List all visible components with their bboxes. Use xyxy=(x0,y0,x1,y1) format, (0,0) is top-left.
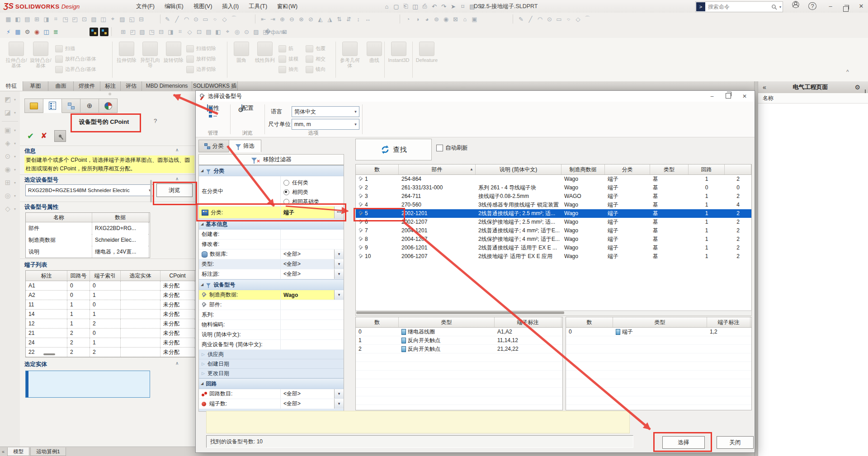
toolbar-icon[interactable]: ▧ xyxy=(137,27,147,37)
toolbar-icon[interactable]: ⊞ xyxy=(32,14,42,24)
toolbar-icon[interactable]: ⌗ xyxy=(51,14,61,24)
column-header[interactable]: 部件 ▲ xyxy=(399,165,476,174)
tab-classification[interactable]: 分类 xyxy=(198,140,229,152)
toolbar-icon[interactable]: ⊡ xyxy=(194,27,204,37)
toolbar-icon[interactable]: ⊟ xyxy=(137,14,146,24)
table-row[interactable]: 11 1 0 未分配 xyxy=(26,300,196,310)
view-tool-icon[interactable]: ▦ xyxy=(458,84,468,90)
radio-option[interactable]: 任何类 xyxy=(283,178,344,188)
ribbon-sweep[interactable]: 扫描 xyxy=(55,43,96,54)
ribbon-tab[interactable]: 标注 xyxy=(100,81,121,91)
basic-info-section-header[interactable]: ◢ 基本信息 xyxy=(199,219,344,230)
table-row[interactable]: 8 2004-1207 2线保护接地端子; 4 mm²; 适于E... Wago… xyxy=(356,235,751,244)
filter-row[interactable]: 说明 (简体中文): xyxy=(199,330,344,340)
electrical-tool-icon[interactable]: ▦ xyxy=(13,27,23,37)
tab-property-manager[interactable] xyxy=(43,99,62,113)
toolbar-icon[interactable]: ◭ xyxy=(316,14,325,24)
column-header[interactable]: 名称 xyxy=(26,213,92,222)
table-row[interactable]: A2 0 1 未分配 xyxy=(26,291,196,300)
model-tab[interactable]: 模型 xyxy=(7,447,29,456)
filter-row[interactable]: 制造商数据: Wago ▾ xyxy=(199,290,344,300)
toolbar-icon[interactable]: ⊗ xyxy=(297,14,306,24)
table-row[interactable]: 2 反向开关触点 21,24,22 xyxy=(356,345,562,353)
quick-access-icon[interactable]: ▢ xyxy=(392,2,401,11)
ribbon-sweep-cut[interactable]: 扫描切除 xyxy=(186,43,216,54)
dark-tool-icon[interactable] xyxy=(100,28,108,36)
chevron-up-icon[interactable]: ∧ xyxy=(175,176,179,181)
tab-dimxpert[interactable]: ⊕ xyxy=(80,99,99,113)
ribbon-revolve-cut[interactable]: 旋转切除 xyxy=(162,42,185,63)
toolbar-icon[interactable]: ◳ xyxy=(147,27,156,37)
view-tool-icon[interactable]: ◎ xyxy=(473,84,483,90)
ribbon-tab[interactable]: 草图 xyxy=(23,81,48,91)
toolbar-icon[interactable]: ⊟ xyxy=(156,27,166,37)
search-input[interactable]: 搜索命令 xyxy=(706,3,771,11)
search-icon[interactable] xyxy=(771,4,777,10)
column-header[interactable]: CPoint xyxy=(160,271,195,281)
chevron-down-icon[interactable]: ▾ xyxy=(334,389,344,399)
ribbon-hole-wizard[interactable]: 异型孔向导 xyxy=(138,42,162,68)
column-header[interactable]: 类型 xyxy=(613,317,707,327)
dialog-maximize-icon[interactable] xyxy=(720,93,736,100)
table-row[interactable]: 9 2006-1201 2线普通接线端子 适用于 EX E ... Wago 端… xyxy=(356,244,751,252)
toolbar-icon[interactable]: ◫ xyxy=(99,14,108,24)
electrical-tool-icon[interactable]: ⚡ xyxy=(4,27,13,37)
quick-access-icon[interactable]: ◫ xyxy=(410,2,420,11)
auto-refresh-checkbox[interactable]: 自动刷新 xyxy=(436,144,468,152)
toolbar-icon[interactable]: ⊕ xyxy=(278,14,287,24)
quick-access-icon[interactable]: ↷ xyxy=(439,2,448,11)
toolbar-icon[interactable]: ▤ xyxy=(204,27,213,37)
view-tool-icon[interactable]: ◔ xyxy=(429,84,438,90)
ribbon-boundary[interactable]: 边界凸台/基体 xyxy=(55,64,96,75)
ribbon-shell[interactable]: 抽壳 xyxy=(278,64,298,75)
menu-item[interactable]: 工具(T) xyxy=(244,0,272,13)
table-row[interactable]: 14 1 1 未分配 xyxy=(26,310,196,319)
chevron-down-icon[interactable]: ▾ xyxy=(334,249,344,259)
collapsed-section-header[interactable]: ▷ 供应商 xyxy=(199,350,344,359)
toolbar-icon[interactable]: ⇥ xyxy=(268,14,278,24)
ribbon-tab[interactable]: MBD Dimensions xyxy=(142,81,192,91)
radio-option[interactable]: 相同基础类 xyxy=(283,197,344,207)
ribbon-tab[interactable]: 特征 xyxy=(0,81,23,91)
flyout-arrow-icon[interactable]: ▾ xyxy=(14,181,16,185)
table-row[interactable]: 说明 继电器，24V直... xyxy=(26,246,150,258)
ribbon-curves[interactable]: 曲线 xyxy=(363,42,386,63)
flyout-arrow-icon[interactable]: ▾ xyxy=(14,194,16,198)
circuit-section-header[interactable]: ◢ 回路 xyxy=(199,378,344,389)
column-header[interactable]: 端子索引 xyxy=(90,271,121,281)
sketch-tool-icon[interactable]: ▭ xyxy=(201,14,210,24)
toolbar-icon[interactable]: ✎ xyxy=(516,14,526,24)
flyout-arrow-icon[interactable]: ▾ xyxy=(14,98,16,102)
ribbon-revolve-boss[interactable]: 旋转凸台/基体 xyxy=(29,42,52,68)
toolbar-icon[interactable]: ◇ xyxy=(185,27,194,37)
quick-access-icon[interactable]: ⌑ xyxy=(458,2,467,11)
toolbar-icon[interactable]: ▨ xyxy=(251,27,261,37)
flyout-tool[interactable]: ⊞▾ xyxy=(2,178,20,188)
toolbar-icon[interactable]: ◱ xyxy=(127,14,137,24)
ribbon-reference-geometry[interactable]: 参考几何体 xyxy=(338,42,362,68)
menu-pin-icon[interactable]: ✦ xyxy=(281,0,287,13)
flyout-tool[interactable]: ◪▾ xyxy=(2,108,20,118)
toolbar-icon[interactable]: ⌂ xyxy=(460,14,470,24)
quick-access-icon[interactable]: ⎗ xyxy=(401,2,410,11)
flyout-tool[interactable]: ◈▾ xyxy=(2,138,20,148)
table-row[interactable]: 6 2002-1207 2线保护接地端子; 2.5 mm²; 适... Wago… xyxy=(356,218,751,226)
flyout-tool[interactable]: ◩▾ xyxy=(2,94,20,104)
toolbar-icon[interactable]: ⌒ xyxy=(583,14,592,24)
remove-filter-button[interactable]: ✕ 移除过滤器 xyxy=(198,154,344,165)
chevron-down-icon[interactable]: ▾ xyxy=(334,269,344,279)
flyout-tool[interactable]: ◎▾ xyxy=(2,191,20,201)
quick-access-icon[interactable]: ↶ xyxy=(429,2,439,11)
filter-row[interactable]: 商业设备型号 (简体中文): xyxy=(199,340,344,350)
table-row[interactable]: 1 反向开关触点 11,14,12 xyxy=(356,336,562,345)
toolbar-icon[interactable]: ▣ xyxy=(470,14,479,24)
chevron-up-icon[interactable]: ∧ xyxy=(175,147,179,152)
sketch-tool-icon[interactable]: ⊙ xyxy=(191,14,201,24)
selected-entities-box[interactable] xyxy=(25,371,150,398)
flyout-arrow-icon[interactable]: ▾ xyxy=(14,155,16,159)
toolbar-icon[interactable]: ⊘ xyxy=(306,14,316,24)
toolbar-icon[interactable]: �фаль xyxy=(270,27,280,37)
toolbar-icon[interactable]: ⊡ xyxy=(80,14,89,24)
toolbar-icon[interactable]: ◔ xyxy=(403,14,413,24)
toolbar-icon[interactable]: ⌖ xyxy=(223,27,232,37)
